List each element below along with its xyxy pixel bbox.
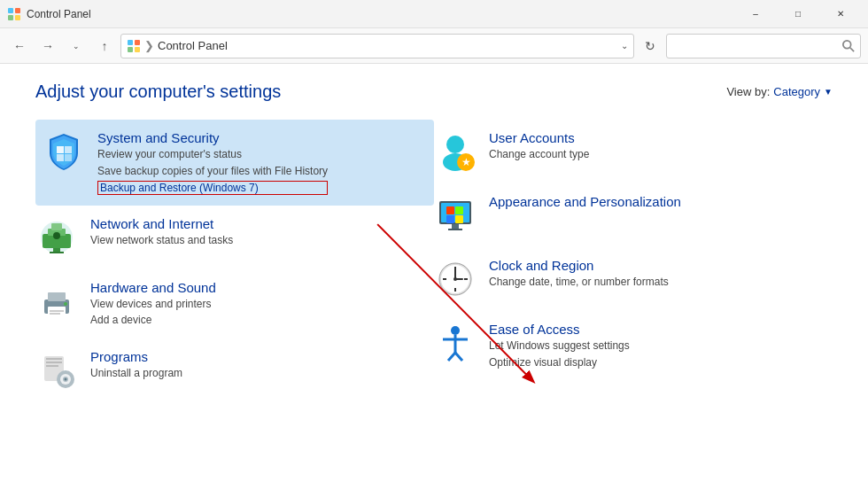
hardware-sound-icon: [35, 280, 78, 323]
right-column: ★ User Accounts Change account type: [434, 120, 833, 402]
search-box[interactable]: [666, 34, 861, 58]
network-internet-text: Network and Internet View network status…: [90, 216, 233, 248]
category-system-security[interactable]: System and Security Review your computer…: [35, 120, 434, 206]
svg-rect-19: [53, 248, 60, 252]
svg-rect-45: [452, 224, 459, 229]
up-button[interactable]: ↑: [92, 34, 117, 58]
categories-container: System and Security Review your computer…: [35, 120, 833, 402]
category-ease-of-access[interactable]: Ease of Access Let Windows suggest setti…: [434, 311, 833, 381]
back-button[interactable]: ←: [7, 34, 32, 58]
svg-rect-4: [128, 40, 133, 45]
address-bar-text: Control Panel: [158, 39, 617, 52]
view-by-value[interactable]: Category: [773, 85, 820, 98]
svg-point-18: [53, 232, 60, 239]
svg-point-35: [446, 136, 464, 153]
appearance-text: Appearance and Personalization: [489, 194, 681, 209]
svg-rect-13: [65, 154, 72, 161]
svg-rect-42: [455, 206, 463, 214]
svg-rect-28: [46, 358, 62, 360]
network-internet-icon: [35, 216, 78, 259]
forward-button[interactable]: →: [35, 34, 60, 58]
category-programs[interactable]: Programs Uninstall a program: [35, 338, 434, 402]
view-by-control: View by: Category ▼: [726, 85, 833, 98]
svg-rect-46: [448, 229, 462, 230]
close-button[interactable]: ✕: [820, 0, 861, 28]
appearance-icon: [434, 194, 477, 237]
user-accounts-text: User Accounts Change account type: [489, 130, 589, 162]
view-by-label: View by:: [726, 85, 770, 98]
system-security-title[interactable]: System and Security: [97, 130, 328, 145]
user-accounts-sub1: Change account type: [489, 147, 589, 162]
user-accounts-title[interactable]: User Accounts: [489, 130, 589, 145]
svg-rect-6: [128, 47, 133, 52]
svg-rect-2: [8, 15, 13, 20]
svg-rect-0: [8, 8, 13, 13]
svg-rect-5: [135, 40, 140, 45]
ease-of-access-sub2: Optimize visual display: [489, 355, 630, 370]
programs-icon: [35, 349, 78, 392]
programs-text: Programs Uninstall a program: [90, 349, 182, 381]
left-column: System and Security Review your computer…: [35, 120, 434, 402]
search-icon: [842, 40, 855, 52]
page-title: Adjust your computer's settings: [35, 82, 281, 102]
ease-of-access-title[interactable]: Ease of Access: [489, 322, 630, 337]
system-security-sub2: Save backup copies of your files with Fi…: [97, 164, 328, 179]
svg-rect-22: [48, 292, 66, 301]
search-input[interactable]: [672, 39, 839, 52]
address-separator: ❯: [144, 39, 154, 52]
hardware-sound-title[interactable]: Hardware and Sound: [90, 280, 216, 295]
svg-rect-11: [65, 146, 72, 153]
svg-point-26: [64, 302, 67, 306]
svg-rect-12: [57, 154, 64, 161]
category-user-accounts[interactable]: ★ User Accounts Change account type: [434, 120, 833, 183]
svg-rect-30: [46, 365, 58, 367]
backup-restore-link[interactable]: Backup and Restore (Windows 7): [97, 181, 328, 195]
ease-of-access-sub1: Let Windows suggest settings: [489, 338, 630, 354]
svg-rect-24: [50, 310, 64, 312]
system-security-icon: [43, 130, 85, 173]
svg-rect-25: [50, 313, 60, 315]
programs-title[interactable]: Programs: [90, 349, 182, 364]
recent-button[interactable]: ⌄: [64, 34, 89, 58]
network-internet-title[interactable]: Network and Internet: [90, 216, 233, 231]
svg-point-56: [451, 326, 460, 335]
svg-rect-17: [51, 223, 62, 230]
address-chevron-icon[interactable]: ⌄: [621, 41, 628, 51]
svg-rect-1: [15, 8, 20, 13]
svg-rect-7: [135, 47, 140, 52]
control-panel-icon: [7, 7, 21, 21]
page-header: Adjust your computer's settings View by:…: [35, 82, 833, 102]
system-security-sub1: Review your computer's status: [97, 147, 328, 162]
user-accounts-icon: ★: [434, 130, 477, 173]
main-content: Adjust your computer's settings View by:…: [0, 64, 868, 490]
hardware-sound-sub2: Add a device: [90, 313, 216, 328]
svg-point-8: [843, 40, 851, 48]
hardware-sound-sub1: View devices and printers: [90, 297, 216, 312]
title-bar: Control Panel – □ ✕: [0, 0, 868, 28]
clock-region-title[interactable]: Clock and Region: [489, 258, 669, 273]
programs-sub1: Uninstall a program: [90, 366, 182, 381]
svg-rect-43: [446, 215, 454, 223]
address-bar[interactable]: ❯ Control Panel ⌄: [120, 34, 634, 58]
network-internet-sub1: View network status and tasks: [90, 233, 233, 248]
clock-region-sub1: Change date, time, or number formats: [489, 275, 669, 290]
svg-rect-29: [46, 362, 62, 363]
view-by-arrow-icon[interactable]: ▼: [824, 87, 833, 97]
svg-rect-44: [455, 215, 463, 223]
svg-rect-41: [446, 206, 454, 214]
toolbar: ← → ⌄ ↑ ❯ Control Panel ⌄ ↻: [0, 28, 868, 64]
ease-of-access-icon: [434, 322, 477, 364]
system-security-text: System and Security Review your computer…: [97, 130, 328, 195]
minimize-button[interactable]: –: [735, 0, 776, 28]
category-network-internet[interactable]: Network and Internet View network status…: [35, 206, 434, 269]
maximize-button[interactable]: □: [778, 0, 818, 28]
clock-region-icon: [434, 258, 477, 300]
refresh-button[interactable]: ↻: [638, 34, 663, 58]
hardware-sound-text: Hardware and Sound View devices and prin…: [90, 280, 216, 329]
appearance-title[interactable]: Appearance and Personalization: [489, 194, 681, 209]
category-clock-region[interactable]: Clock and Region Change date, time, or n…: [434, 247, 833, 311]
category-appearance[interactable]: Appearance and Personalization: [434, 183, 833, 247]
svg-text:★: ★: [461, 156, 471, 168]
category-hardware-sound[interactable]: Hardware and Sound View devices and prin…: [35, 269, 434, 339]
svg-point-34: [65, 378, 67, 381]
